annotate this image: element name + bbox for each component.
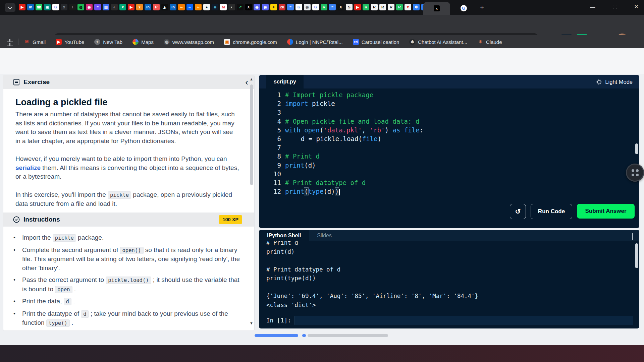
code-line[interactable]: 12print(type(d)) bbox=[259, 187, 639, 196]
pinned-tab[interactable]: ≡ bbox=[329, 4, 336, 10]
collapse-panel-button[interactable]: ‹ bbox=[245, 77, 248, 87]
tab-ipython-shell[interactable]: IPython Shell bbox=[259, 230, 309, 241]
pinned-tab[interactable]: R bbox=[388, 4, 394, 10]
bookmark-item[interactable]: ✳Claude bbox=[477, 39, 502, 45]
pinned-tab[interactable]: ✦ bbox=[270, 4, 277, 10]
pinned-tab[interactable]: R bbox=[321, 4, 327, 10]
bookmark-item[interactable]: Login | NNPC/Total... bbox=[287, 39, 343, 45]
code-line[interactable]: 5with open('data.pkl', 'rb') as file: bbox=[259, 126, 639, 134]
editor-file-tab[interactable]: script.py bbox=[266, 75, 304, 88]
bookmark-item[interactable]: Maps bbox=[132, 39, 154, 45]
pinned-tab[interactable]: ▥ bbox=[103, 4, 109, 10]
exercise-scrollbar-thumb[interactable] bbox=[250, 84, 253, 185]
code-area[interactable]: 1# Import pickle package2import pickle34… bbox=[259, 90, 639, 196]
bookmark-item[interactable]: +New Tab bbox=[94, 39, 122, 45]
pinned-tab[interactable]: R bbox=[379, 4, 386, 10]
pinned-tab[interactable]: X bbox=[245, 4, 252, 10]
pinned-tab[interactable]: in bbox=[145, 4, 151, 10]
code-line[interactable]: 6 d = pickle.load(file) bbox=[259, 134, 639, 143]
bookmark-item[interactable]: cdCarousel ceation bbox=[353, 39, 399, 45]
pinned-tab[interactable]: X bbox=[337, 4, 344, 10]
reset-code-button[interactable]: ↺ bbox=[510, 204, 526, 219]
pinned-tab[interactable]: ∞ bbox=[186, 4, 193, 10]
bookmark-item[interactable]: ▶YouTube bbox=[56, 39, 84, 45]
pinned-tab[interactable]: ▶ bbox=[19, 4, 25, 10]
window-close-button[interactable]: ✕ bbox=[628, 0, 644, 13]
pinned-tab[interactable]: ◉ bbox=[254, 4, 260, 10]
pinned-tab[interactable]: ◉ bbox=[86, 4, 93, 10]
run-code-button[interactable]: Run Code bbox=[531, 204, 572, 219]
code-line[interactable]: 4# Open pickle file and load data: d bbox=[259, 117, 639, 126]
code-line[interactable]: 10 bbox=[259, 170, 639, 178]
pinned-tab[interactable]: in bbox=[27, 4, 34, 10]
apps-grid-icon[interactable] bbox=[7, 39, 13, 45]
pinned-tab[interactable]: ▶ bbox=[128, 4, 135, 10]
light-mode-toggle[interactable]: Light Mode bbox=[596, 75, 633, 88]
pinned-tab[interactable]: G bbox=[312, 4, 319, 10]
pinned-tab[interactable]: ◉ bbox=[262, 4, 269, 10]
pinned-tab[interactable]: ≡ bbox=[287, 4, 294, 10]
pinned-tab[interactable]: ⊛ bbox=[212, 4, 218, 10]
pinned-tab[interactable]: S bbox=[346, 4, 353, 10]
code-line[interactable]: 8# Print d bbox=[259, 152, 639, 161]
new-tab-button[interactable]: + bbox=[478, 3, 486, 12]
pinned-tab[interactable]: M bbox=[220, 4, 227, 10]
pinned-tab[interactable]: in bbox=[170, 4, 176, 10]
bookmark-item[interactable]: ◍www.watsapp.com bbox=[164, 39, 214, 45]
pinned-tab[interactable]: R bbox=[371, 4, 378, 10]
pinned-tab[interactable]: ☎ bbox=[36, 4, 42, 10]
pinned-tab[interactable]: ▼ bbox=[405, 4, 411, 10]
pinned-tab[interactable]: ∞ bbox=[178, 4, 185, 10]
shell-output[interactable]: # Print dprint(d) # Print datatype of dp… bbox=[266, 241, 629, 315]
horizontal-scroll-indicator-blue[interactable] bbox=[255, 334, 298, 337]
scrollbar-up-arrow[interactable]: ▲ bbox=[250, 77, 253, 81]
pinned-tab[interactable]: ▣ bbox=[44, 4, 51, 10]
window-maximize-button[interactable] bbox=[606, 0, 623, 13]
tab-slides[interactable]: Slides bbox=[309, 230, 340, 241]
code-line[interactable]: 9print(d) bbox=[259, 161, 639, 170]
pinned-tab[interactable]: R bbox=[396, 4, 403, 10]
pinned-tab[interactable]: ↗ bbox=[237, 4, 244, 10]
pinned-tab[interactable]: G bbox=[52, 4, 59, 10]
pinned-tab[interactable]: Y bbox=[136, 4, 143, 10]
floating-assistant-bubble[interactable] bbox=[626, 164, 644, 182]
shell-input-field[interactable] bbox=[294, 316, 633, 325]
pinned-tab[interactable]: ● bbox=[203, 4, 210, 10]
pinned-tab[interactable]: ❄ bbox=[413, 4, 420, 10]
pinned-tab[interactable]: x bbox=[61, 4, 67, 10]
pinned-tab[interactable]: ∞ bbox=[195, 4, 202, 10]
pinned-tab[interactable]: P bbox=[153, 4, 160, 10]
code-line[interactable]: 7 bbox=[259, 143, 639, 152]
code-line[interactable]: 1# Import pickle package bbox=[259, 90, 639, 99]
pinned-tab[interactable]: ◉ bbox=[304, 4, 311, 10]
bookmark-item[interactable]: ✻Chatbot AI Assistant... bbox=[409, 39, 467, 45]
tab-search-button[interactable] bbox=[5, 3, 15, 12]
bookmark-item[interactable]: ▣chrome.google.com bbox=[224, 39, 277, 45]
pinned-tab[interactable]: ◍ bbox=[77, 4, 84, 10]
code-line[interactable]: 3 bbox=[259, 108, 639, 117]
editor-scrollbar-thumb[interactable] bbox=[635, 143, 638, 154]
pinned-tab[interactable]: ◭ bbox=[161, 4, 168, 10]
browser-tab-google[interactable]: G bbox=[453, 3, 474, 13]
pinned-tab[interactable]: R bbox=[363, 4, 369, 10]
horizontal-scroll-indicator-gray[interactable] bbox=[308, 334, 388, 337]
scrollbar-down-arrow[interactable]: ▼ bbox=[250, 321, 253, 325]
pinned-tab[interactable]: ◐ bbox=[228, 4, 235, 10]
pinned-tab[interactable]: ♪ bbox=[69, 4, 76, 10]
pinned-tab[interactable]: 2k bbox=[279, 4, 285, 10]
shell-scrollbar-thumb[interactable] bbox=[635, 243, 638, 268]
pinned-tab[interactable]: ≡ bbox=[94, 4, 101, 10]
horizontal-scroll-indicator-dot[interactable] bbox=[302, 334, 306, 337]
active-tab[interactable]: x bbox=[423, 2, 450, 15]
pinned-tab[interactable]: ◐ bbox=[111, 4, 118, 10]
serialize-link[interactable]: serialize bbox=[15, 164, 41, 171]
code-line[interactable]: 2import pickle bbox=[259, 99, 639, 108]
window-minimize-button[interactable]: — bbox=[584, 0, 601, 13]
bookmark-item[interactable]: MGmail bbox=[24, 39, 46, 45]
shell-collapse-button[interactable] bbox=[632, 233, 633, 239]
code-line[interactable]: 11# Print datatype of d bbox=[259, 178, 639, 187]
pinned-tab[interactable]: ♥ bbox=[119, 4, 126, 10]
submit-answer-button[interactable]: Submit Answer bbox=[577, 204, 635, 219]
pinned-tab[interactable]: G bbox=[296, 4, 302, 10]
pinned-tab[interactable]: ▶ bbox=[354, 4, 361, 10]
